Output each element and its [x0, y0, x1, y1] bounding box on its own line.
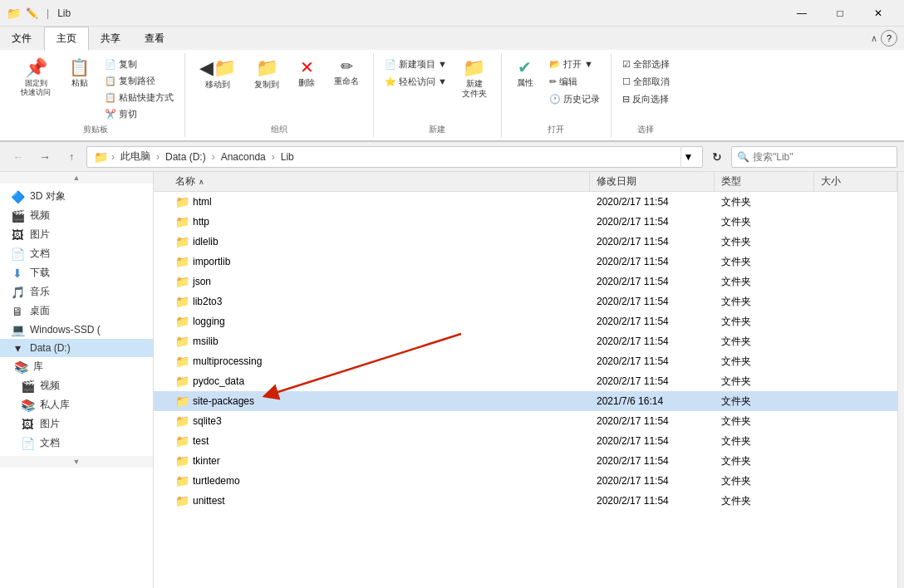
rename-button[interactable]: ✏ 重命名	[327, 55, 366, 91]
nav-item-lib-video[interactable]: 🎬 视频	[0, 376, 153, 395]
nav-scroll-up[interactable]: ▲	[0, 172, 153, 184]
table-row[interactable]: 📁 json 2020/2/17 11:54 文件夹	[154, 272, 897, 292]
properties-button[interactable]: ✔ 属性	[508, 55, 542, 93]
table-row[interactable]: 📁 importlib 2020/2/17 11:54 文件夹	[154, 252, 897, 272]
table-row[interactable]: 📁 test 2020/2/17 11:54 文件夹	[154, 431, 897, 451]
tab-home[interactable]: 主页	[44, 27, 89, 51]
copy-to-button[interactable]: 📁 复制到	[247, 55, 287, 95]
table-row[interactable]: 📁 pydoc_data 2020/2/17 11:54 文件夹	[154, 371, 897, 391]
history-button[interactable]: 🕐 历史记录	[545, 91, 604, 107]
file-date: 2020/2/17 11:54	[597, 495, 669, 507]
copy-path-button[interactable]: 📋 复制路径	[101, 73, 178, 89]
copy-button[interactable]: 📄 复制	[101, 56, 178, 72]
easy-access-icon: ⭐	[385, 76, 396, 87]
path-dropdown-button[interactable]: ▼	[680, 146, 695, 168]
path-part-lib[interactable]: Lib	[278, 150, 297, 164]
nav-scroll-down[interactable]: ▼	[0, 456, 153, 468]
open-button[interactable]: 📂 打开 ▼	[545, 56, 604, 72]
copy-path-label: 复制路径	[119, 75, 155, 87]
select-all-label: 全部选择	[633, 58, 670, 71]
file-name: site-packages	[193, 395, 254, 407]
path-part-anaconda[interactable]: Anaconda	[219, 150, 268, 164]
new-buttons: 📄 新建项目 ▼ ⭐ 轻松访问 ▼ 📁 新建文件夹	[381, 55, 494, 122]
col-header-name[interactable]: 名称 ∧	[169, 172, 590, 192]
table-row[interactable]: 📁 sqlite3 2020/2/17 11:54 文件夹	[154, 411, 897, 431]
table-row[interactable]: 📁 unittest 2020/2/17 11:54 文件夹	[154, 491, 897, 511]
table-row[interactable]: 📁 tkinter 2020/2/17 11:54 文件夹	[154, 451, 897, 471]
maximize-button[interactable]: □	[821, 0, 859, 27]
table-row[interactable]: 📁 multiprocessing 2020/2/17 11:54 文件夹	[154, 351, 897, 371]
address-path[interactable]: 📁 › 此电脑 › Data (D:) › Anaconda › Lib ▼	[86, 146, 703, 168]
invert-select-button[interactable]: ⊟ 反向选择	[618, 91, 674, 107]
col-header-type[interactable]: 类型	[715, 172, 814, 192]
table-row[interactable]: 📁 lib2to3 2020/2/17 11:54 文件夹	[154, 292, 897, 311]
nav-item-pictures[interactable]: 🖼 图片	[0, 225, 153, 244]
organize-label: 组织	[192, 122, 366, 135]
nav-item-lib-documents[interactable]: 📄 文档	[0, 434, 153, 453]
deselect-all-button[interactable]: ☐ 全部取消	[618, 74, 674, 90]
pin-button[interactable]: 📌 固定到快速访问	[13, 55, 58, 101]
path-part-drive[interactable]: Data (D:)	[163, 150, 209, 164]
col-header-date[interactable]: 修改日期	[590, 172, 715, 192]
main-wrapper: ▲ 🔷 3D 对象 🎬 视频 🖼 图片 📄 文档 ⬇ 下载	[0, 172, 904, 588]
up-button[interactable]: ↑	[60, 146, 83, 168]
nav-item-private-lib[interactable]: 📚 私人库	[0, 395, 153, 414]
table-row[interactable]: 📁 idlelib 2020/2/17 11:54 文件夹	[154, 232, 897, 252]
nav-item-lib-pictures[interactable]: 🖼 图片	[0, 414, 153, 434]
folder-icon-sm: 📁	[175, 215, 189, 228]
table-row[interactable]: 📁 logging 2020/2/17 11:54 文件夹	[154, 311, 897, 331]
table-row[interactable]: 📁 html 2020/2/17 11:54 文件夹	[154, 192, 897, 212]
close-button[interactable]: ✕	[859, 0, 897, 27]
col-header-size[interactable]: 大小	[814, 172, 897, 192]
search-box[interactable]: 🔍	[731, 146, 897, 168]
paste-label: 粘贴	[71, 77, 88, 89]
table-row[interactable]: 📁 msilib 2020/2/17 11:54 文件夹	[154, 331, 897, 351]
new-folder-button[interactable]: 📁 新建文件夹	[454, 55, 494, 103]
nav-item-data-d[interactable]: ▾ Data (D:)	[0, 339, 153, 357]
downloads-icon: ⬇	[10, 267, 25, 280]
search-input[interactable]	[753, 151, 892, 163]
right-scrollbar[interactable]	[897, 172, 904, 588]
folder-icon-sm: 📁	[175, 295, 189, 308]
table-row[interactable]: 📁 http 2020/2/17 11:54 文件夹	[154, 212, 897, 232]
tab-view[interactable]: 查看	[133, 27, 177, 50]
new-folder-icon: 📁	[463, 59, 485, 77]
nav-item-music[interactable]: 🎵 音乐	[0, 282, 153, 301]
file-name: idlelib	[193, 236, 219, 247]
delete-button[interactable]: ✕ 删除	[290, 55, 323, 93]
rename-label: 重命名	[334, 76, 359, 87]
folder-icon: 📁	[7, 7, 21, 20]
move-to-button[interactable]: ◀📁 移动到	[192, 55, 243, 95]
nav-item-video[interactable]: 🎬 视频	[0, 206, 153, 225]
nav-item-library[interactable]: 📚 库	[0, 357, 153, 376]
file-date: 2020/2/17 11:54	[597, 336, 669, 347]
forward-button[interactable]: →	[33, 146, 56, 168]
nav-item-3d[interactable]: 🔷 3D 对象	[0, 187, 153, 206]
nav-item-documents[interactable]: 📄 文档	[0, 244, 153, 263]
back-button[interactable]: ←	[7, 146, 30, 168]
paste-button[interactable]: 📋 粘贴	[61, 55, 97, 93]
file-name: sqlite3	[193, 415, 222, 427]
table-row[interactable]: 📁 turtledemo 2020/2/17 11:54 文件夹	[154, 471, 897, 491]
expand-ribbon-icon[interactable]: ∧	[871, 33, 877, 44]
select-all-button[interactable]: ☑ 全部选择	[618, 56, 674, 72]
file-type: 文件夹	[721, 335, 751, 349]
table-row[interactable]: 📁 site-packages 2021/7/6 16:14 文件夹	[154, 391, 897, 411]
tab-share[interactable]: 共享	[89, 27, 133, 50]
nav-item-downloads[interactable]: ⬇ 下载	[0, 263, 153, 282]
tab-file[interactable]: 文件	[0, 27, 44, 50]
easy-access-button[interactable]: ⭐ 轻松访问 ▼	[381, 74, 451, 90]
minimize-button[interactable]: —	[783, 0, 821, 27]
cut-button[interactable]: ✂️ 剪切	[101, 106, 178, 122]
refresh-button[interactable]: ↻	[706, 146, 728, 168]
nav-item-windows-ssd[interactable]: 💻 Windows-SSD (	[0, 321, 153, 339]
path-part-computer[interactable]: 此电脑	[118, 149, 153, 164]
copy-label: 复制	[119, 58, 137, 71]
rename-icon: ✏	[341, 59, 353, 74]
nav-item-desktop[interactable]: 🖥 桌面	[0, 301, 153, 321]
new-folder-label: 新建文件夹	[462, 79, 487, 99]
help-icon[interactable]: ?	[881, 30, 897, 47]
paste-shortcut-button[interactable]: 📋 粘贴快捷方式	[101, 90, 178, 105]
new-item-button[interactable]: 📄 新建项目 ▼	[381, 56, 451, 72]
edit-button[interactable]: ✏ 编辑	[545, 74, 604, 90]
